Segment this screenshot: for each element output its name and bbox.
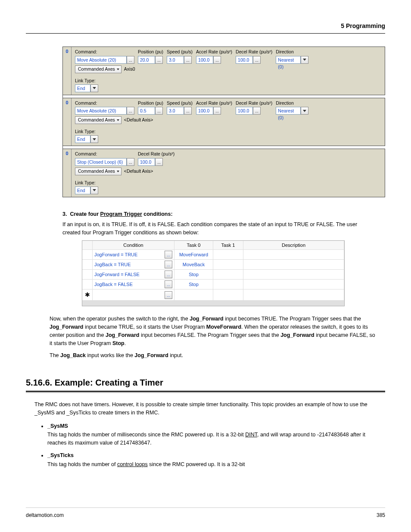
footer-page-number: 385: [377, 511, 385, 519]
linktype-select[interactable]: End: [75, 187, 90, 194]
ellipsis-button[interactable]: ...: [127, 107, 134, 115]
list-item: _SysTicks This tag holds the number of c…: [47, 451, 385, 469]
step-block: 0 Command: Stop (Closed Loop) (6) ... De…: [63, 149, 385, 197]
link-dint: DINT: [245, 432, 257, 438]
step-handle[interactable]: 0: [63, 149, 72, 197]
dropdown-button[interactable]: [90, 84, 98, 92]
bullet-body: This tag holds the number of control loo…: [47, 460, 385, 469]
ellipsis-button[interactable]: ...: [165, 271, 172, 278]
label-linktype: Link Type:: [75, 128, 381, 135]
speed-input[interactable]: 3.0: [167, 56, 184, 64]
cell-task1[interactable]: [213, 250, 243, 259]
cell-condition[interactable]: ...: [93, 289, 174, 300]
commanded-axes-dropdown[interactable]: Commanded Axes: [75, 65, 121, 73]
step-handle[interactable]: 0: [63, 98, 72, 146]
cell-task0[interactable]: Stop: [174, 270, 213, 279]
list-item: _SysMS This tag holds the number of mill…: [47, 422, 385, 447]
list-title-link: Program Trigger: [100, 211, 142, 217]
cell-task1[interactable]: [213, 270, 243, 279]
ellipsis-button[interactable]: ...: [155, 158, 163, 166]
label-speed: Speed (pu/s): [167, 100, 193, 107]
row-handle[interactable]: [82, 250, 93, 259]
table-header: Condition Task 0 Task 1 Description: [82, 241, 344, 250]
section-rule: [26, 392, 385, 393]
header-blank: [82, 241, 93, 250]
header-condition: Condition: [93, 241, 174, 250]
steps-figure: 0 Command: Move Absolute (20) ... Positi…: [62, 47, 385, 197]
linktype-select[interactable]: End: [75, 84, 90, 92]
ellipsis-button[interactable]: ...: [127, 158, 134, 166]
cell-condition[interactable]: JogBack = FALSE...: [93, 280, 174, 289]
table-row-new[interactable]: ✱ ...: [82, 289, 344, 301]
cell-description[interactable]: [243, 250, 344, 259]
bullet-list: _SysMS This tag holds the number of mill…: [47, 422, 385, 469]
direction-select[interactable]: Nearest (0): [276, 107, 301, 115]
ellipsis-button[interactable]: ...: [127, 56, 134, 64]
dropdown-button[interactable]: [301, 56, 308, 64]
ellipsis-button[interactable]: ...: [213, 107, 221, 115]
decel-input[interactable]: 100.0: [138, 158, 155, 166]
decel-input[interactable]: 100.0: [236, 56, 253, 64]
decel-input[interactable]: 100.0: [236, 107, 253, 115]
linktype-select[interactable]: End: [75, 135, 90, 143]
commanded-axes-dropdown[interactable]: Commanded Axes: [75, 116, 121, 124]
cell-condition[interactable]: JogBack = TRUE...: [93, 260, 174, 269]
ellipsis-button[interactable]: ...: [253, 56, 261, 64]
dropdown-button[interactable]: [90, 187, 98, 194]
cell-description[interactable]: [243, 260, 344, 269]
ellipsis-button[interactable]: ...: [165, 280, 172, 288]
position-input[interactable]: 20.0: [138, 56, 155, 64]
cell-description[interactable]: [243, 289, 344, 300]
footer-left: deltamotion.com: [26, 511, 64, 519]
accel-input[interactable]: 100.0: [196, 107, 213, 115]
cell-task1[interactable]: [213, 280, 243, 289]
cell-task0[interactable]: MoveBack: [174, 260, 213, 269]
ellipsis-button[interactable]: ...: [184, 107, 192, 115]
accel-input[interactable]: 100.0: [196, 56, 213, 64]
list-item-3: 3. Create four Program Trigger condition…: [50, 210, 377, 237]
ellipsis-button[interactable]: ...: [165, 251, 172, 258]
label-decel: Decel Rate (pu/s²): [138, 151, 174, 158]
commanded-axes-dropdown[interactable]: Commanded Axes: [75, 168, 121, 175]
cell-description[interactable]: [243, 280, 344, 289]
label-linktype: Link Type:: [75, 180, 381, 187]
cell-task0[interactable]: MoveForward: [174, 250, 213, 259]
row-handle[interactable]: [82, 260, 93, 269]
bullet-title: _SysMS: [47, 422, 385, 430]
row-handle[interactable]: [82, 270, 93, 279]
position-input[interactable]: 0.5: [138, 107, 155, 115]
row-handle[interactable]: [82, 280, 93, 289]
ellipsis-button[interactable]: ...: [155, 107, 163, 115]
cell-condition[interactable]: JogForward = FALSE...: [93, 270, 174, 279]
label-decel: Decel Rate (pu/s²): [236, 49, 272, 56]
ellipsis-button[interactable]: ...: [165, 261, 172, 268]
speed-input[interactable]: 3.0: [167, 107, 184, 115]
dropdown-button[interactable]: [301, 107, 308, 115]
table-row: JogForward = TRUE... MoveForward: [82, 250, 344, 260]
cell-condition[interactable]: JogForward = TRUE...: [93, 250, 174, 259]
direction-select[interactable]: Nearest (0): [276, 56, 301, 64]
table-row: JogBack = TRUE... MoveBack: [82, 260, 344, 270]
list-body: If an input is on, it is TRUE. If is off…: [62, 221, 377, 237]
cell-task1[interactable]: [213, 260, 243, 269]
command-input[interactable]: Stop (Closed Loop) (6): [75, 158, 127, 166]
header-description: Description: [243, 241, 344, 250]
step-handle[interactable]: 0: [63, 47, 72, 95]
paragraph: Now, when the operator pushes the switch…: [50, 315, 377, 360]
cell-task1[interactable]: [213, 289, 243, 300]
cell-description[interactable]: [243, 270, 344, 279]
command-input[interactable]: Move Absolute (20): [75, 107, 127, 115]
ellipsis-button[interactable]: ...: [253, 107, 261, 115]
command-input[interactable]: Move Absolute (20): [75, 56, 127, 64]
label-speed: Speed (pu/s): [167, 49, 193, 56]
ellipsis-button[interactable]: ...: [165, 291, 172, 299]
dropdown-button[interactable]: [90, 135, 98, 143]
label-command: Command:: [75, 151, 134, 158]
header-task1: Task 1: [213, 241, 243, 250]
ellipsis-button[interactable]: ...: [213, 56, 221, 64]
ellipsis-button[interactable]: ...: [155, 56, 163, 64]
ellipsis-button[interactable]: ...: [184, 56, 192, 64]
page-header: 5 Programming: [26, 22, 385, 34]
cell-task0[interactable]: Stop: [174, 280, 213, 289]
cell-task0[interactable]: [174, 289, 213, 300]
